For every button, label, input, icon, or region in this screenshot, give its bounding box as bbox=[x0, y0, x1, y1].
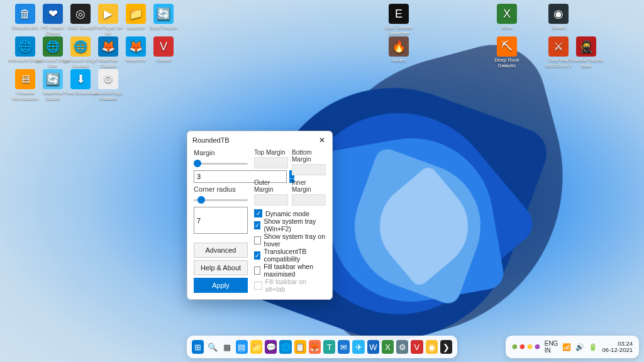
taskbar-chat[interactable]: 💬 bbox=[265, 340, 277, 354]
checkbox-row[interactable]: ✓TranslucentTB compatibility bbox=[254, 248, 326, 263]
tray-app-icon[interactable]: 🟡 bbox=[527, 344, 533, 349]
taskbar-taskview[interactable]: ▦ bbox=[221, 340, 233, 354]
app-icon: ⚙ bbox=[98, 69, 118, 89]
icon-label: Steam bbox=[541, 25, 576, 31]
app-icon: ❤ bbox=[43, 4, 63, 24]
tray-app-icon[interactable]: 🔴 bbox=[519, 344, 525, 349]
inner-margin-input[interactable] bbox=[292, 194, 326, 206]
taskbar-search[interactable]: 🔍 bbox=[206, 340, 218, 354]
taskbar-explorer[interactable]: 📁 bbox=[250, 340, 262, 354]
taskbar-x-app[interactable]: X bbox=[382, 340, 394, 354]
app-icon: 🔥 bbox=[389, 36, 409, 57]
taskbar-widgets[interactable]: ▤ bbox=[236, 340, 248, 354]
checkbox-label: Dynamic mode bbox=[265, 210, 309, 217]
app-icon: E bbox=[389, 4, 409, 24]
icon-label: Epic Games Launcher bbox=[381, 25, 416, 36]
icon-label: Deep Rock Galactic bbox=[489, 58, 525, 69]
icon-label: Android App Installer bbox=[91, 90, 126, 102]
taskbar-terminal[interactable]: ❯ bbox=[440, 340, 452, 354]
window-title: RoundedTB bbox=[192, 136, 317, 144]
app-icon: 🥷 bbox=[576, 36, 596, 57]
taskbar-settings[interactable]: ⚙ bbox=[396, 340, 408, 354]
checkbox-icon bbox=[254, 266, 260, 275]
checkbox-row[interactable]: ✓Show system tray (Win+F2) bbox=[254, 217, 326, 233]
taskbar-chrome[interactable]: ◉ bbox=[426, 340, 438, 354]
checkbox-icon bbox=[254, 236, 261, 244]
checkbox-row[interactable]: Show system tray on hover bbox=[254, 233, 326, 248]
taskbar-vivaldi[interactable]: V bbox=[411, 340, 423, 354]
checkbox-label: TranslucentTB compatibility bbox=[264, 248, 326, 263]
app-icon: ⚔ bbox=[548, 36, 569, 57]
system-tray: 🟢🔴🟡🟣 ENG IN 📶 🔊 🔋 03:24 06-12-2021 bbox=[506, 336, 639, 358]
help-about-button[interactable]: Help & About bbox=[194, 260, 248, 275]
app-icon: V bbox=[153, 36, 174, 57]
checkbox-icon: ✓ bbox=[254, 251, 260, 260]
taskbar-telegram[interactable]: ✈ bbox=[352, 340, 364, 354]
corner-radius-label: Corner radius bbox=[194, 185, 248, 193]
tray-app-icon[interactable]: 🟣 bbox=[535, 344, 540, 349]
outer-margin-label: Outer Margin bbox=[254, 179, 288, 193]
checkbox-icon: ✓ bbox=[254, 221, 260, 229]
icon-label: SyncTrayzor bbox=[146, 25, 181, 31]
outer-margin-input[interactable] bbox=[254, 194, 288, 206]
app-icon: 🌐 bbox=[15, 36, 35, 57]
taskbar-start[interactable]: ⊞ bbox=[192, 340, 204, 354]
desktop-icon[interactable]: ◉Steam bbox=[541, 4, 576, 31]
app-icon: 🦊 bbox=[126, 36, 146, 57]
app-icon: 🔄 bbox=[43, 69, 63, 89]
clock[interactable]: 03:24 06-12-2021 bbox=[602, 341, 633, 354]
checkbox-row: Fill taskbar on alt+tab bbox=[254, 278, 326, 293]
tray-app-icon[interactable]: 🟢 bbox=[512, 344, 518, 349]
desktop-icon[interactable]: ⛏Deep Rock Galactic bbox=[489, 36, 525, 69]
close-icon[interactable]: ✕ bbox=[317, 135, 327, 145]
app-icon: ◎ bbox=[70, 4, 91, 24]
app-icon: 🗑 bbox=[15, 4, 35, 24]
desktop-icon[interactable]: 🥷Shadow Tactics Blad bbox=[569, 36, 604, 69]
margin-slider[interactable] bbox=[194, 159, 248, 168]
checkbox-label: Fill taskbar on alt+tab bbox=[265, 278, 326, 293]
icon-label: Vivaldi bbox=[146, 58, 181, 63]
titlebar[interactable]: RoundedTB ✕ bbox=[187, 131, 332, 149]
checkbox-label: Show system tray on hover bbox=[264, 233, 326, 248]
top-margin-label: Top Margin bbox=[254, 149, 288, 156]
desktop-icon[interactable]: 🔥Hades bbox=[381, 36, 416, 63]
taskbar-mail[interactable]: ✉ bbox=[338, 340, 350, 354]
desktop-icon[interactable]: EEpic Games Launcher bbox=[381, 4, 416, 36]
wifi-icon[interactable]: 📶 bbox=[562, 343, 571, 351]
corner-radius-input[interactable] bbox=[194, 207, 248, 234]
desktop-icon[interactable]: XXbox bbox=[489, 4, 525, 31]
app-icon: 🔄 bbox=[153, 4, 174, 24]
roundedtb-window: RoundedTB ✕ Margin ... Corner radius Adv… bbox=[187, 131, 333, 300]
checkbox-row[interactable]: Fill taskbar when maximised bbox=[254, 263, 326, 278]
battery-icon[interactable]: 🔋 bbox=[589, 343, 597, 351]
app-icon: 🌐 bbox=[70, 36, 91, 57]
taskbar-notes[interactable]: 📋 bbox=[294, 340, 306, 354]
desktop-icon[interactable]: ⚙Android App Installer bbox=[91, 69, 126, 102]
desktop-icon[interactable]: 🔄SyncTrayzor bbox=[146, 4, 181, 31]
checkbox-icon: ✓ bbox=[254, 209, 262, 217]
checkbox-row[interactable]: ✓Dynamic mode bbox=[254, 209, 326, 217]
app-icon: 🦊 bbox=[98, 36, 118, 57]
inner-margin-label: Inner Margin bbox=[292, 179, 326, 193]
volume-icon[interactable]: 🔊 bbox=[575, 343, 584, 351]
apply-button[interactable]: Apply bbox=[194, 278, 248, 293]
margin-label: Margin bbox=[194, 149, 248, 156]
top-margin-input[interactable] bbox=[254, 157, 288, 168]
taskbar-edge[interactable]: 🌐 bbox=[279, 340, 291, 354]
desktop-icon[interactable]: VVivaldi bbox=[146, 36, 181, 63]
language-indicator[interactable]: ENG IN bbox=[545, 340, 558, 354]
icon-label: Xbox bbox=[489, 25, 525, 31]
app-icon: X bbox=[497, 4, 517, 24]
app-icon: ⛏ bbox=[497, 36, 517, 57]
taskbar-word[interactable]: W bbox=[367, 340, 379, 354]
icon-label: Shadow Tactics Blad bbox=[569, 58, 604, 69]
app-icon: 📁 bbox=[126, 4, 146, 24]
advanced-button[interactable]: Advanced bbox=[194, 243, 248, 258]
corner-radius-slider[interactable] bbox=[194, 195, 248, 204]
bottom-margin-input[interactable] bbox=[292, 164, 326, 175]
taskbar-firefox[interactable]: 🦊 bbox=[309, 340, 321, 354]
checkbox-label: Show system tray (Win+F2) bbox=[264, 217, 326, 233]
checkbox-icon bbox=[254, 282, 262, 290]
icon-label: Hades bbox=[381, 58, 416, 63]
taskbar-t-app[interactable]: T bbox=[323, 340, 335, 354]
